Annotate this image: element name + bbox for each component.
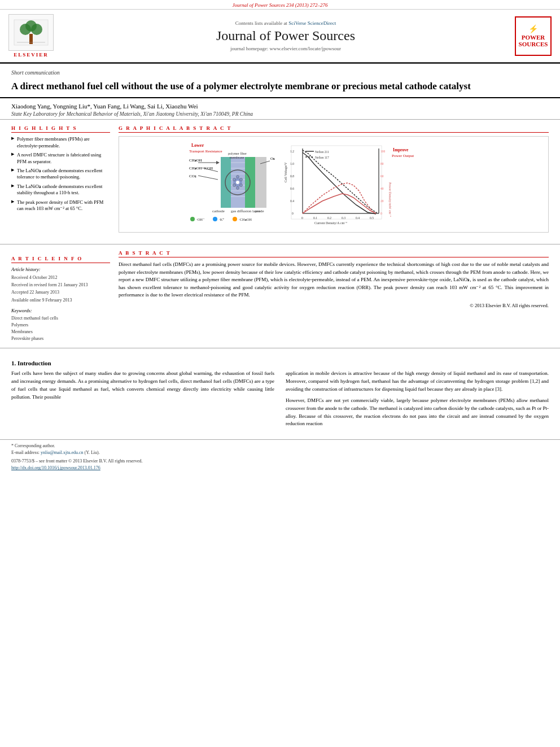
journal-title: Journal of Power Sources (62, 28, 509, 43)
introduction-section: 1. Introduction Fuel cells have been the… (0, 354, 560, 434)
abstract-header: A B S T R A C T (119, 250, 549, 257)
sciverse-text: Contents lists available at (235, 20, 287, 26)
article-type: Short communication (0, 64, 560, 78)
highlight-item: The LaNiO₃ cathode demonstrates excellen… (11, 168, 110, 181)
svg-rect-9 (221, 157, 231, 208)
authors-section: Xiaodong Yang, Yongning Liu*, Yuan Fang,… (0, 98, 560, 120)
email-label: E-mail address: (11, 450, 40, 455)
highlight-item: Polymer fiber membranes (PFMs) are elect… (11, 136, 110, 149)
power-sources-logo: ⚡ POWER SOURCES (515, 16, 552, 56)
affiliation: State Key Laboratory for Mechanical Beha… (11, 111, 549, 117)
svg-text:0: 0 (301, 216, 303, 220)
svg-text:0: 0 (292, 212, 294, 215)
issn-line: 0378-7753/$ – see front matter © 2013 El… (11, 458, 549, 464)
article-info-column: A R T I C L E I N F O Article history: R… (11, 256, 119, 342)
journal-ref-text: Journal of Power Sources 234 (2013) 272–… (232, 2, 327, 8)
svg-point-23 (233, 178, 236, 181)
svg-text:CO₂: CO₂ (189, 174, 196, 178)
svg-point-42 (190, 217, 195, 221)
svg-text:0.1: 0.1 (313, 216, 317, 220)
svg-text:1.0: 1.0 (290, 162, 294, 165)
keywords-list: Direct methanol fuel cells Polymers Memb… (11, 315, 110, 342)
highlight-item: A novel DMFC structure is fabricated usi… (11, 152, 110, 165)
graphical-abstract-header: G R A P H I C A L A B S T R A C T (119, 125, 549, 133)
sciverse-link[interactable]: SciVerse ScienceDirect (288, 20, 336, 26)
email-link[interactable]: ynliu@mail.xjtu.edu.cn (41, 450, 84, 455)
highlights-column: H I G H L I G H T S Polymer fiber membra… (11, 125, 119, 238)
ps-line1: POWER (522, 34, 545, 41)
accepted-date: Accepted 22 January 2013 (11, 289, 110, 295)
svg-point-24 (240, 178, 243, 181)
article-info-header: A R T I C L E I N F O (11, 256, 110, 263)
svg-text:Cell Voltage/V: Cell Voltage/V (284, 162, 287, 182)
svg-text:Improve: Improve (393, 147, 409, 152)
svg-text:·K⁺: ·K⁺ (219, 217, 225, 221)
email-person: (Y. Liu). (85, 450, 100, 455)
journal-right-logo: ⚡ POWER SOURCES (515, 16, 554, 56)
svg-point-22 (236, 181, 239, 184)
journal-center: Contents lists available at SciVerse Sci… (62, 20, 509, 51)
intro-right-text-2: However, DMFCs are not yet commercially … (286, 397, 549, 429)
graphical-abstract-column: G R A P H I C A L A B S T R A C T Lower … (119, 125, 549, 238)
highlight-item: The peak power density of DMFC with PFM … (11, 199, 110, 212)
svg-text:Power Output: Power Output (392, 154, 414, 158)
svg-rect-1 (29, 34, 33, 44)
svg-text:·CH₃OH: ·CH₃OH (239, 217, 252, 221)
svg-text:1.2: 1.2 (290, 150, 294, 153)
abstract-text: Direct methanol fuel cells (DMFCs) are a… (119, 261, 549, 299)
corresponding-author-text: * Corresponding author. (11, 443, 55, 448)
journal-header: ELSEVIER Contents lists available at Sci… (0, 10, 560, 64)
authors-list: Xiaodong Yang, Yongning Liu*, Yuan Fang,… (11, 103, 549, 110)
received-revised-date: Received in revised form 21 January 2013 (11, 282, 110, 288)
svg-text:0.6: 0.6 (290, 187, 294, 190)
graphical-abstract-svg: Lower Transport Resistance (123, 140, 545, 228)
svg-text:anode: anode (255, 209, 264, 213)
elsevier-logo: ELSEVIER (6, 14, 56, 58)
graphical-abstract-box: Lower Transport Resistance (119, 136, 549, 233)
svg-text:80: 80 (380, 162, 384, 165)
svg-text:40: 40 (380, 187, 384, 190)
svg-text:Nefion 211: Nefion 211 (315, 150, 329, 154)
doi-line: http://dx.doi.org/10.1016/j.jpowsour.201… (11, 465, 549, 470)
section-divider-1 (0, 244, 560, 244)
svg-text:0.8: 0.8 (290, 174, 294, 178)
intro-left-col: Fuel cells have been the subject of many… (11, 370, 274, 429)
keyword-item: Perovskite phases (11, 335, 110, 342)
intro-number: 1. (11, 360, 16, 366)
highlights-header: H I G H L I G H T S (11, 125, 110, 133)
elsevier-logo-image (8, 14, 54, 51)
svg-text:0.4: 0.4 (356, 216, 360, 220)
intro-right-text: application in mobile devices is attract… (286, 370, 549, 394)
article-history-label: Article history: (11, 267, 110, 272)
svg-point-27 (237, 176, 239, 178)
section-divider-2 (0, 348, 560, 348)
svg-text:polymer fiber: polymer fiber (228, 152, 247, 155)
svg-text:Lower: Lower (191, 143, 204, 148)
intro-right-col: application in mobile devices is attract… (286, 370, 549, 429)
lightning-icon: ⚡ (528, 24, 538, 34)
received-date: Received 4 October 2012 (11, 274, 110, 281)
svg-point-46 (233, 217, 237, 221)
highlights-list: Polymer fiber membranes (PFMs) are elect… (11, 136, 110, 212)
svg-text:60: 60 (380, 174, 384, 178)
svg-text:0.3: 0.3 (342, 216, 345, 220)
svg-text:20: 20 (380, 199, 384, 203)
doi-link[interactable]: http://dx.doi.org/10.1016/j.jpowsour.201… (11, 465, 100, 470)
introduction-body: Fuel cells have been the subject of many… (11, 370, 549, 429)
svg-rect-19 (255, 157, 266, 208)
svg-point-44 (213, 217, 217, 221)
svg-text:Current Density/A cm⁻²: Current Density/A cm⁻² (314, 221, 347, 225)
svg-point-28 (237, 187, 239, 190)
svg-text:100: 100 (380, 150, 386, 153)
highlights-graphical-row: H I G H L I G H T S Polymer fiber membra… (0, 125, 560, 238)
article-title: A direct methanol fuel cell without the … (0, 78, 560, 98)
article-info-abstract-row: A R T I C L E I N F O Article history: R… (0, 250, 560, 342)
journal-reference: Journal of Power Sources 234 (2013) 272–… (0, 0, 560, 10)
keywords-section: Keywords: Direct methanol fuel cells Pol… (11, 308, 110, 342)
keyword-item: Polymers (11, 322, 110, 329)
abstract-column: A B S T R A C T Direct methanol fuel cel… (119, 250, 549, 337)
svg-text:O₂: O₂ (270, 156, 275, 161)
svg-text:0.5: 0.5 (370, 216, 374, 220)
svg-text:Nefion 117: Nefion 117 (315, 156, 329, 159)
copyright: © 2013 Elsevier B.V. All rights reserved… (119, 303, 549, 308)
